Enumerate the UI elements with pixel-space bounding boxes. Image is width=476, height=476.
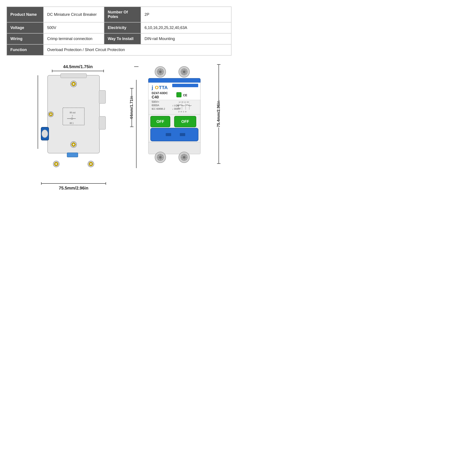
- dim-height-inner: 44mm/1.71in: [129, 96, 134, 119]
- svg-point-13: [73, 144, 74, 145]
- value-product-name: DC Miniature Circuit Breaker: [44, 7, 104, 22]
- svg-rect-26: [67, 153, 78, 157]
- svg-text:DZ47-63DC: DZ47-63DC: [152, 91, 168, 95]
- svg-rect-45: [148, 78, 200, 83]
- svg-text:2- 4- 1- 4-: 2- 4- 1- 4-: [178, 111, 187, 113]
- value-function: Overload Protection / Short Circuit Prot…: [44, 44, 231, 55]
- label-install: Way To Install: [104, 33, 141, 44]
- svg-point-25: [42, 130, 48, 138]
- breaker-front-svg: j O TTA DZ47-63DC C40 CE 500V= 6000A: [146, 64, 203, 168]
- svg-rect-69: [180, 133, 185, 136]
- svg-text:↓ OOFF: ↓ OOFF: [172, 107, 181, 110]
- label-function: Function: [7, 44, 44, 55]
- svg-rect-3: [99, 116, 106, 129]
- svg-text:C40: C40: [152, 95, 159, 99]
- svg-text:OFF: OFF: [181, 119, 189, 124]
- value-voltage: 500V: [44, 22, 104, 33]
- svg-point-29: [90, 163, 92, 165]
- svg-rect-70: [148, 142, 200, 154]
- dim-height-outer: 75.4mm/2.96in: [216, 101, 221, 127]
- label-voltage: Voltage: [7, 22, 44, 33]
- right-breaker-diagram: 44mm/1.71in 75.4mm/2.96in: [128, 64, 210, 168]
- svg-text:IEC 60898-2: IEC 60898-2: [152, 107, 165, 110]
- svg-text:CE: CE: [183, 93, 187, 97]
- label-electricity: Electricity: [104, 22, 141, 33]
- label-wiring: Wiring: [7, 33, 44, 44]
- svg-text:2: 2: [72, 115, 73, 117]
- svg-text:lift out: lift out: [70, 111, 75, 114]
- svg-text:6000A: 6000A: [152, 104, 159, 107]
- svg-point-16: [50, 114, 52, 115]
- svg-text:OFF: OFF: [156, 119, 164, 124]
- label-poles: Number Of Poles: [104, 7, 141, 22]
- value-poles: 2P: [141, 7, 231, 22]
- svg-text:j: j: [152, 84, 153, 90]
- label-product-name: Product Name: [7, 7, 44, 22]
- svg-rect-1: [61, 74, 86, 78]
- specs-table: Product Name DC Miniature Circuit Breake…: [6, 6, 232, 56]
- svg-rect-50: [172, 84, 198, 87]
- dim-width-top: 44.5mm/1.75in: [63, 64, 93, 69]
- svg-point-8: [73, 83, 74, 85]
- svg-rect-68: [166, 133, 171, 136]
- svg-text:TTA: TTA: [159, 85, 168, 90]
- svg-rect-67: [151, 128, 198, 141]
- svg-point-19: [55, 163, 57, 165]
- svg-text:500V=: 500V=: [152, 100, 159, 103]
- value-wiring: Crimp terminal connection: [44, 33, 104, 44]
- svg-rect-53: [177, 92, 181, 97]
- diagram-section: 44.5mm/1.75in: [6, 64, 232, 191]
- svg-text:lift 1: lift 1: [70, 122, 74, 124]
- dim-width-bottom: 75.5mm/2.96in: [59, 186, 88, 191]
- svg-rect-2: [99, 90, 106, 103]
- svg-text:↑ I ON: ↑ I ON: [172, 104, 179, 107]
- svg-text:O: O: [155, 85, 159, 90]
- left-breaker-diagram: 44.5mm/1.75in: [28, 64, 119, 191]
- svg-text:1+ 3+ 1+ 3+: 1+ 3+ 1+ 3+: [179, 101, 189, 103]
- breaker-back-svg: lift out 2 lift 1: [39, 73, 113, 181]
- value-install: DIN-rail Mounting: [141, 33, 231, 44]
- value-electricity: 6,10,16,20,25,32,40,63A: [141, 22, 231, 33]
